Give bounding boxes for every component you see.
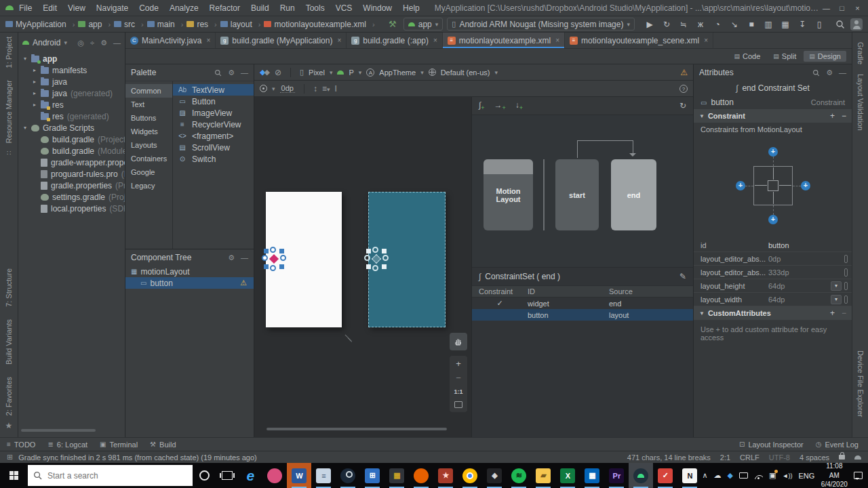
status-widget[interactable]: 2:1 <box>720 453 730 462</box>
palette-category[interactable]: Widgets <box>125 125 172 138</box>
chrome-icon[interactable] <box>458 463 482 488</box>
menu-item[interactable]: View <box>62 3 91 13</box>
pick-resource-icon[interactable] <box>844 268 848 277</box>
project-tree-item[interactable]: ▸ res <box>18 99 125 110</box>
dropdown-icon[interactable]: ▾ <box>831 295 842 304</box>
expand-arrow-icon[interactable]: ▸ <box>33 79 41 85</box>
layout_editor_abs...-icon[interactable]: layout_editor_abs... 0dp ▾ <box>694 252 852 266</box>
menu-item[interactable]: Analyze <box>164 3 204 13</box>
constraint-set-card[interactable]: start <box>555 159 599 230</box>
constraint-set-card[interactable]: Motion Layout <box>484 159 533 230</box>
excel-icon[interactable]: X <box>555 463 580 488</box>
expand-arrow-icon[interactable]: ▸ <box>33 102 41 108</box>
expand-arrow-icon[interactable]: ▸ <box>33 90 41 96</box>
todoist-icon[interactable]: ✓ <box>653 463 677 488</box>
hide-panel-icon[interactable]: — <box>241 68 248 77</box>
sdk-manager-icon[interactable]: ↧ <box>797 20 808 29</box>
wunderlist-icon[interactable]: ★ <box>433 463 458 488</box>
horizontal-scrollbar[interactable] <box>21 429 96 432</box>
notepad-icon[interactable]: ≡ <box>311 463 336 488</box>
create-transition-button[interactable]: →+ <box>494 100 506 111</box>
project-tree-item[interactable]: gradle.properties (Project Properties) <box>18 180 125 191</box>
language-indicator[interactable]: ENG <box>798 472 814 480</box>
status-widget[interactable]: 4 spaces <box>800 453 829 462</box>
id-icon[interactable]: id button ▾ <box>694 239 852 252</box>
project-tree-item[interactable]: build.gradle (Module: app) <box>18 145 125 157</box>
unity-icon[interactable]: ◈ <box>482 463 507 488</box>
constraint-table-row[interactable]: ✓ button layout <box>472 309 693 321</box>
pick-resource-icon[interactable] <box>844 255 848 263</box>
constraint-table-row[interactable]: ✓ widget end <box>472 298 693 309</box>
layout_height-icon[interactable]: layout_height 64dp ▾ <box>694 279 852 293</box>
add-left-constraint-icon[interactable]: + <box>736 181 745 190</box>
notion-icon[interactable]: N <box>677 463 702 488</box>
palette-category[interactable]: Text <box>125 98 172 111</box>
search-icon[interactable] <box>214 69 222 77</box>
close-icon[interactable]: × <box>704 37 708 44</box>
editor-mode-button[interactable]: ▤ Split <box>768 51 802 62</box>
action-center-icon[interactable] <box>854 472 863 479</box>
project-tree-item[interactable]: build.gradle (Project: MyApplication) <box>18 134 125 145</box>
menu-item[interactable]: Code <box>134 3 164 13</box>
onedrive-icon[interactable]: ☁ <box>713 471 721 480</box>
menu-item[interactable]: Refactor <box>204 3 245 13</box>
add-constraint-icon[interactable]: + <box>830 111 835 121</box>
tool-window-button[interactable]: 1: Project <box>5 37 13 68</box>
word-icon[interactable]: W <box>287 463 311 488</box>
breadcrumb-item[interactable]: app › <box>78 20 114 29</box>
build-hammer-icon[interactable]: ⚒ <box>389 19 397 29</box>
run-icon[interactable]: ▶ <box>644 20 655 29</box>
editor-tab[interactable]: C MainActivity.java × <box>125 33 216 48</box>
breadcrumb-item[interactable]: motionlayoutexample.xml › <box>264 20 378 29</box>
pan-hand-button[interactable] <box>450 333 467 350</box>
refresh-icon[interactable]: ↻ <box>679 101 686 110</box>
menu-item[interactable]: Build <box>245 3 275 13</box>
search-input[interactable] <box>47 471 187 481</box>
editor-mode-button[interactable]: ▤ Code <box>729 51 766 62</box>
editor-tab[interactable]: ≡ motionlayoutexample.xml × <box>443 33 565 48</box>
collapse-all-icon[interactable]: ÷ <box>90 39 94 47</box>
align-icon[interactable]: ≡▾ <box>322 84 330 94</box>
attribute-value[interactable]: 64dp <box>768 282 831 290</box>
component-tree-item[interactable]: ▭ button ⚠ <box>125 277 254 289</box>
tool-window-button[interactable]: Layout Validation <box>856 74 865 131</box>
debug-icon[interactable]: ж <box>695 20 706 29</box>
tool-window-button[interactable]: ▣ Terminal <box>100 441 138 449</box>
menu-item[interactable]: VCS <box>330 3 358 13</box>
tool-window-button[interactable]: Resource Manager <box>5 80 13 144</box>
project-view-selector[interactable]: Android <box>33 38 60 47</box>
edit-pencil-icon[interactable]: ✎ <box>679 272 686 281</box>
breadcrumb-item[interactable]: layout › <box>220 20 264 29</box>
breadcrumb-item[interactable]: MyApplication › <box>5 20 78 29</box>
add-custom-attribute-icon[interactable]: + <box>830 308 835 318</box>
close-icon[interactable]: × <box>433 37 437 44</box>
volume-icon[interactable]: ◄)) <box>782 472 792 479</box>
add-top-constraint-icon[interactable]: + <box>768 147 778 157</box>
guidelines-icon[interactable]: ↕ <box>313 84 317 94</box>
section-collapse-icon[interactable]: ▼ <box>699 310 705 317</box>
close-button[interactable]: × <box>850 4 865 12</box>
device-manager-icon[interactable]: ▥ <box>763 20 774 29</box>
wifi-icon[interactable] <box>754 472 764 479</box>
canvas-resize-handle[interactable] <box>344 333 353 342</box>
api-level-menu[interactable]: P <box>349 68 353 77</box>
tool-window-button[interactable]: Gradle <box>856 42 865 64</box>
tray-expand-icon[interactable]: ∧ <box>702 471 707 480</box>
favorites-star-icon[interactable]: ★ <box>0 421 18 430</box>
zoom-to-fit-button[interactable] <box>454 401 462 408</box>
breadcrumb-item[interactable]: main › <box>147 20 187 29</box>
palette-item[interactable]: <> <fragment> <box>173 130 254 142</box>
breadcrumb-item[interactable]: src › <box>114 20 147 29</box>
project-tree-item[interactable]: ▸ manifests <box>18 64 125 76</box>
create-constraint-set-button[interactable]: ∫+ <box>479 100 485 111</box>
palette-item[interactable]: ▨ ImageView <box>173 107 254 119</box>
editor-tab[interactable]: g build.gradle (:app) × <box>347 33 443 48</box>
spotify-icon[interactable]: ≋ <box>507 463 531 488</box>
close-icon[interactable]: × <box>206 37 210 44</box>
zoom-to-100-button[interactable]: 1:1 <box>454 388 462 395</box>
menu-item[interactable]: Edit <box>37 3 62 13</box>
add-bottom-constraint-icon[interactable]: + <box>768 215 778 224</box>
device-menu[interactable]: Pixel <box>309 68 325 77</box>
attribute-value[interactable]: 0dp <box>768 255 831 263</box>
device-file-explorer-icon[interactable]: ▯ <box>814 20 825 29</box>
